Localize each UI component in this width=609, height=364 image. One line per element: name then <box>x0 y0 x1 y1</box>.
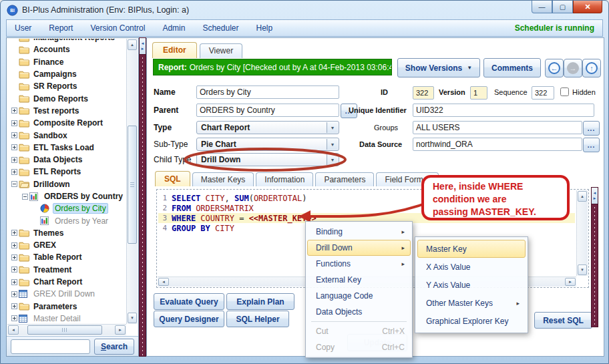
sql-tab-parameters[interactable]: Parameters <box>315 172 374 186</box>
type-dropdown[interactable]: Chart Report ▼ <box>196 121 339 134</box>
plus-expander-icon[interactable] <box>9 303 19 309</box>
plus-expander-icon[interactable] <box>9 132 19 138</box>
tree-item-sr-reports[interactable]: SR Reports <box>8 80 126 92</box>
comments-button[interactable]: Comments <box>483 58 541 77</box>
minimize-button[interactable]: — <box>532 1 552 13</box>
query-designer-button[interactable]: Query Designer <box>154 311 224 327</box>
data-source-field[interactable] <box>413 138 582 151</box>
tree-item-management-reports[interactable]: Management Reports <box>8 39 126 43</box>
submenu-item-x-axis-value[interactable]: X Axis Value <box>417 258 526 276</box>
id-field[interactable] <box>413 86 434 100</box>
tree-item-orders-by-year[interactable]: Orders by Year <box>8 214 126 226</box>
tree-item-chart-report[interactable]: Chart Report <box>8 276 126 288</box>
child-type-dropdown[interactable]: Drill Down ▼ <box>196 153 339 166</box>
plus-expander-icon[interactable] <box>9 279 19 285</box>
tree-item-master-detail[interactable]: Master Detail <box>8 313 126 324</box>
sql-tab-information[interactable]: Information <box>256 172 313 186</box>
tree-item-accounts[interactable]: Accounts <box>8 43 126 55</box>
tree-item-orders-by-country[interactable]: ORDERS by Country <box>8 190 126 202</box>
plus-expander-icon[interactable] <box>9 120 19 126</box>
sql-tab-sql[interactable]: SQL <box>155 171 190 186</box>
tree-item-demo-reports[interactable]: Demo Reports <box>8 92 126 104</box>
tree-editor-splitter[interactable]: ◄ ► <box>139 37 146 357</box>
context-menu-item-data-objects[interactable]: Data Objects <box>307 304 411 320</box>
search-input[interactable] <box>11 339 90 354</box>
splitter-collapse-buttons[interactable]: ◄ ► <box>140 38 146 55</box>
show-versions-button[interactable]: Show Versions ▼ <box>397 58 480 77</box>
menubar-item-report[interactable]: Report <box>49 23 73 33</box>
menubar-item-scheduler[interactable]: Scheduler <box>202 23 238 33</box>
dropdown-arrow-icon[interactable]: ▼ <box>327 154 338 165</box>
menubar-item-user[interactable]: User <box>15 23 31 33</box>
menubar-item-help[interactable]: Help <box>256 23 272 33</box>
scroll-left-icon[interactable]: ◄ <box>158 278 169 286</box>
tree-item-grex[interactable]: GREX <box>8 239 126 251</box>
context-menu-item-language-code[interactable]: Language Code <box>307 288 411 304</box>
plus-expander-icon[interactable] <box>9 144 19 150</box>
plus-expander-icon[interactable] <box>9 266 19 272</box>
sql-vertical-scrollbar[interactable]: ▲ ▼ <box>576 190 588 276</box>
collapse-left-icon[interactable]: ◄ <box>141 41 145 46</box>
tree-item-sandbox[interactable]: Sandbox <box>8 129 126 141</box>
context-menu-item-binding[interactable]: Binding▸ <box>307 224 411 240</box>
tree-item-orders-by-city[interactable]: Orders by City <box>8 202 126 214</box>
tree-item-grex-drill-down[interactable]: GREX Drill Down <box>8 288 126 300</box>
tree-item-etl-reports[interactable]: ETL Reports <box>8 166 126 178</box>
hidden-checkbox[interactable] <box>560 87 569 96</box>
tree-item-table-report[interactable]: Table Report <box>8 251 126 263</box>
nav-back-button[interactable]: ← <box>545 59 564 77</box>
tab-viewer[interactable]: Viewer <box>200 43 242 58</box>
minus-expander-icon[interactable] <box>20 194 29 200</box>
tab-editor[interactable]: Editor <box>152 42 197 58</box>
explain-plan-button[interactable]: Explain Plan <box>226 293 294 310</box>
search-button[interactable]: Search <box>94 339 134 355</box>
scroll-up-icon[interactable]: ▲ <box>128 39 137 50</box>
collapse-right-icon[interactable]: ► <box>593 196 597 201</box>
nav-forward-button[interactable]: → <box>564 59 582 77</box>
reset-sql-button[interactable]: Reset SQL <box>534 312 592 329</box>
tree-item-campaigns[interactable]: Campaigns <box>8 68 126 80</box>
tree-horizontal-scrollbar[interactable]: ◄ ► <box>7 324 126 335</box>
context-menu-item-drill-down[interactable]: Drill Down▸ <box>307 240 411 256</box>
tree-item-etl-tasks-load[interactable]: ETL Tasks Load <box>8 142 126 154</box>
sql-helper-button[interactable]: SQL Helper <box>226 311 289 327</box>
menubar-item-admin[interactable]: Admin <box>162 23 185 33</box>
splitter-collapse-buttons[interactable]: ◄ ► <box>592 188 598 204</box>
scroll-left-icon[interactable]: ◄ <box>8 325 19 335</box>
maximize-button[interactable]: ▢ <box>552 1 573 13</box>
close-button[interactable]: ✕ <box>573 1 602 13</box>
collapse-right-icon[interactable]: ► <box>141 46 145 51</box>
tree-item-composite-report[interactable]: Composite Report <box>8 117 126 129</box>
data-source-browse-button[interactable]: ... <box>583 138 600 152</box>
submenu-item-other-master-keys[interactable]: Other Master Keys▸ <box>417 294 526 312</box>
tree-scrollbar-thumb[interactable] <box>128 126 137 244</box>
tree-item-treatment[interactable]: Treatment <box>8 264 126 276</box>
collapse-left-icon[interactable]: ◄ <box>593 190 597 196</box>
editor-right-splitter[interactable]: ◄ ► <box>591 187 598 327</box>
evaluate-query-button[interactable]: Evaluate Query <box>154 293 224 310</box>
scroll-up-icon[interactable]: ▲ <box>578 191 587 202</box>
groups-browse-button[interactable]: ... <box>583 121 600 136</box>
context-menu-item-external-key[interactable]: External Key <box>307 272 411 288</box>
plus-expander-icon[interactable] <box>9 169 19 175</box>
submenu-item-graphical-explorer-key[interactable]: Graphical Explorer Key <box>417 312 526 330</box>
titlebar[interactable]: BI BI-Plus Administration (Env: BIPlus, … <box>1 1 608 19</box>
name-field[interactable] <box>196 85 339 99</box>
tree-vertical-scrollbar[interactable]: ▲ ▼ <box>126 39 138 324</box>
plus-expander-icon[interactable] <box>9 315 19 321</box>
plus-expander-icon[interactable] <box>9 230 19 236</box>
plus-expander-icon[interactable] <box>9 254 19 260</box>
scroll-down-icon[interactable]: ▼ <box>128 313 137 323</box>
scroll-down-icon[interactable]: ▼ <box>578 264 587 275</box>
menubar-item-version-control[interactable]: Version Control <box>90 23 145 33</box>
context-menu-item-functions[interactable]: Functions▸ <box>307 256 411 272</box>
tree-hscrollbar-thumb[interactable] <box>27 325 102 335</box>
groups-field[interactable] <box>413 121 582 134</box>
tree-item-test-reports[interactable]: Test reports <box>8 105 126 117</box>
plus-expander-icon[interactable] <box>9 108 19 114</box>
dropdown-arrow-icon[interactable]: ▼ <box>327 122 338 133</box>
nav-up-button[interactable]: ↑ <box>582 59 601 77</box>
sub-type-dropdown[interactable]: Pie Chart ▼ <box>196 138 339 151</box>
submenu-item-y-axis-value[interactable]: Y Axis Value <box>417 276 526 294</box>
sql-tab-master-keys[interactable]: Master Keys <box>192 172 254 186</box>
